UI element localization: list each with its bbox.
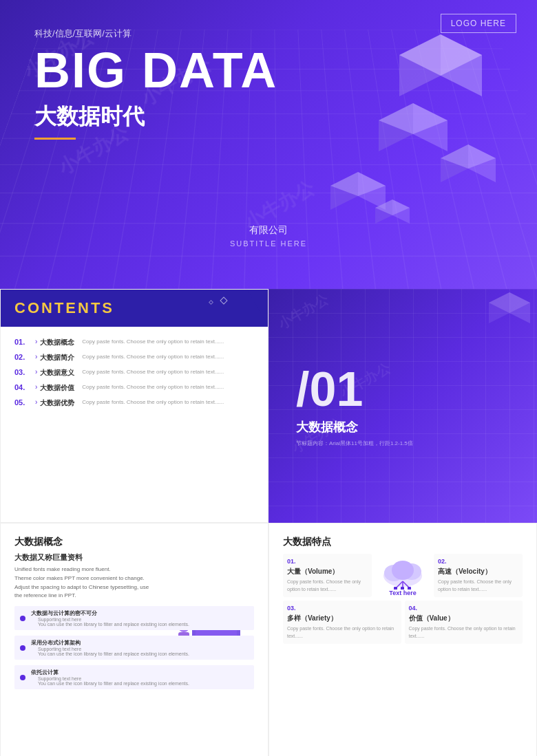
slide-concept: 大数据概念 大数据又称巨量资料 Unified fonts make readi…: [0, 523, 268, 756]
feat-num: 03.: [287, 605, 397, 612]
contents-header: CONTENTS: [1, 290, 268, 327]
features-row-bottom: 03. 多样（Variety） Copy paste fonts. Choose…: [283, 601, 523, 644]
hero-title-chinese: 大数据时代: [34, 102, 503, 132]
item-num: 01.: [14, 338, 35, 346]
slide-section01: 小牛办公 小牛办公 小牛办公 /01 大数据概念 节标题内容：Arial黑体11…: [268, 289, 537, 523]
item-title: 大数据概念: [40, 338, 78, 347]
feature-value: 04. 价值（Value） Copy paste fonts. Choose t…: [405, 601, 523, 644]
text-here: Text here: [389, 590, 416, 596]
features-row-top: 01. 大量（Volume） Copy paste fonts. Choose …: [283, 554, 523, 597]
cloud-center: Text here: [375, 554, 430, 597]
item-arrow: ›: [35, 353, 37, 360]
svg-point-30: [392, 561, 414, 580]
hero-title-big: BIG DATA: [34, 45, 503, 95]
concept-title: 大数据概念: [14, 536, 254, 548]
list-item: 02. › 大数据简介 Copy paste fonts. Choose the…: [14, 353, 254, 363]
feat-desc: Copy paste fonts. Choose the only option…: [287, 579, 368, 593]
hero-underline: [34, 138, 76, 140]
item-num: 05.: [14, 398, 35, 407]
concept-item-text: 大数据与云计算的密不可分: [31, 609, 189, 617]
feat-title: 多样（Variety）: [287, 614, 397, 623]
diamond-decor-2: [209, 300, 213, 305]
feature-velocity: 02. 高速（Velocity） Copy paste fonts. Choos…: [434, 554, 523, 597]
feature-variety: 03. 多样（Variety） Copy paste fonts. Choose…: [283, 601, 401, 644]
concept-item-sub: Supporting text hereYou can use the icon…: [38, 617, 189, 627]
section-hint: 节标题内容：Arial黑体11号加粗，行距1.2-1.5倍: [296, 440, 509, 447]
item-desc: Copy paste fonts. Choose the only option…: [82, 354, 224, 360]
cloud-svg: [379, 555, 427, 590]
item-title: 大数据意义: [40, 368, 78, 378]
corner-cubes: [454, 289, 537, 371]
item-desc: Copy paste fonts. Choose the only option…: [82, 384, 224, 390]
item-arrow: ›: [35, 338, 37, 345]
feat-num: 01.: [287, 558, 368, 565]
list-item: 03. › 大数据意义 Copy paste fonts. Choose the…: [14, 368, 254, 378]
feat-desc: Copy paste fonts. Choose the only option…: [409, 625, 519, 640]
concept-subtitle: 大数据又称巨量资料: [14, 552, 254, 563]
concept-item: 采用分布式计算架构 Supporting text hereYou can us…: [14, 636, 254, 660]
item-title: 大数据价值: [40, 383, 78, 393]
feat-title: 高速（Velocity）: [438, 567, 518, 576]
item-arrow: ›: [35, 368, 37, 376]
concept-item-text: 采用分布式计算架构: [31, 639, 189, 647]
feat-desc: Copy paste fonts. Choose the only option…: [438, 579, 518, 593]
item-desc: Copy paste fonts. Choose the only option…: [82, 338, 224, 345]
list-item: 05. › 大数据优势 Copy paste fonts. Choose the…: [14, 398, 254, 408]
concept-item-sub: Supporting text hereYou can use the icon…: [38, 676, 189, 686]
hero-company: 有限公司 SUBTITLE HERE: [230, 224, 307, 248]
item-arrow: ›: [35, 398, 37, 406]
concept-item: 大数据与云计算的密不可分 Supporting text hereYou can…: [14, 606, 254, 630]
section-title: 大数据概念: [296, 419, 509, 435]
item-desc: Copy paste fonts. Choose the only option…: [82, 399, 224, 405]
slides-grid: CONTENTS 01. › 大数据概念 Copy paste fonts. C…: [0, 289, 537, 756]
feat-desc: Copy paste fonts. Choose the only option…: [287, 625, 397, 640]
feat-num: 04.: [409, 605, 519, 612]
hero-subtitle-small: 科技/信息/互联网/云计算: [34, 28, 503, 40]
list-item: 01. › 大数据概念 Copy paste fonts. Choose the…: [14, 338, 254, 347]
item-title: 大数据简介: [40, 353, 78, 363]
hero-subtitle-here: SUBTITLE HERE: [230, 239, 307, 248]
contents-title: CONTENTS: [14, 299, 114, 316]
item-num: 03.: [14, 368, 35, 376]
contents-list: 01. › 大数据概念 Copy paste fonts. Choose the…: [1, 334, 268, 418]
section-number: /01: [296, 365, 509, 413]
concept-items: 大数据与云计算的密不可分 Supporting text hereYou can…: [14, 606, 254, 689]
feat-num: 02.: [438, 558, 518, 565]
company-name: 有限公司: [230, 224, 307, 237]
feat-title: 大量（Volume）: [287, 567, 368, 576]
dot: [20, 645, 25, 651]
item-num: 04.: [14, 383, 35, 391]
concept-item-sub: Supporting text hereYou can use the icon…: [38, 647, 189, 656]
features-title: 大数据特点: [283, 536, 523, 548]
concept-item-text: 依托云计算: [31, 669, 189, 676]
list-item: 04. › 大数据价值 Copy paste fonts. Choose the…: [14, 383, 254, 393]
feat-title: 价值（Value）: [409, 614, 519, 623]
item-title: 大数据优势: [40, 398, 78, 408]
slide-hero: 小牛办公 小牛办公 小牛办公 小牛办公 LOGO HERE: [0, 0, 537, 289]
item-num: 02.: [14, 353, 35, 361]
concept-item: 依托云计算 Supporting text hereYou can use th…: [14, 665, 254, 689]
feature-volume: 01. 大量（Volume） Copy paste fonts. Choose …: [283, 554, 372, 597]
dot: [20, 616, 25, 621]
slide-features: 大数据特点 01. 大量（Volume） Copy paste fonts. C…: [268, 523, 537, 756]
dot: [20, 675, 25, 680]
item-desc: Copy paste fonts. Choose the only option…: [82, 369, 224, 375]
slide-contents: CONTENTS 01. › 大数据概念 Copy paste fonts. C…: [0, 289, 268, 523]
concept-body: Unified fonts make reading more fluent. …: [14, 565, 152, 601]
diamond-decor-1: [220, 296, 227, 304]
item-arrow: ›: [35, 383, 37, 391]
